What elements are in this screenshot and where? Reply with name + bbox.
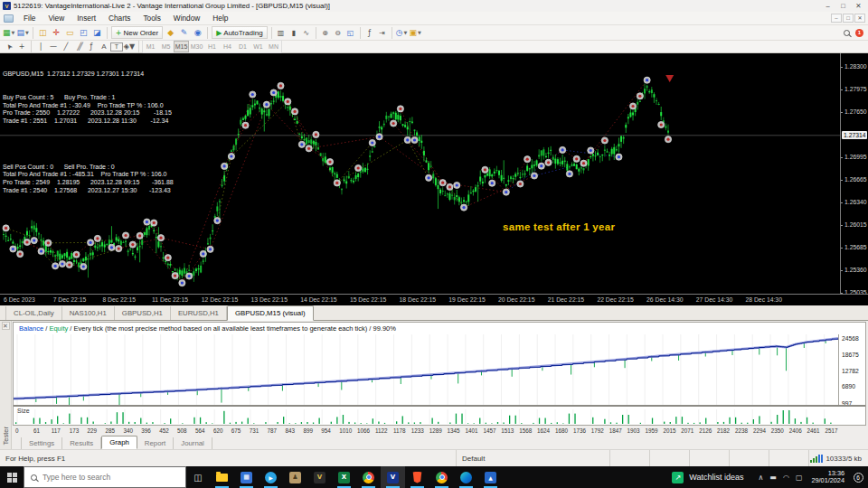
menu-charts[interactable]: Charts	[102, 12, 137, 24]
trendline-tool[interactable]: ╱	[60, 42, 72, 52]
text-tool[interactable]: A	[98, 42, 110, 52]
timeframe-d1[interactable]: D1	[235, 41, 250, 52]
new-order-button[interactable]: +New Order	[111, 26, 163, 39]
menu-insert[interactable]: Insert	[71, 12, 102, 24]
taskbar-icon-contacts-app[interactable]: ♟	[283, 466, 307, 488]
market-watch-button[interactable]: ◫	[36, 26, 50, 39]
strategy-tester-button[interactable]: ◪	[90, 26, 104, 39]
timeframe-m1[interactable]: M1	[143, 41, 158, 52]
taskbar-icon-edge[interactable]	[454, 466, 478, 488]
timeframe-m15[interactable]: M15	[174, 41, 189, 52]
buy-info-line: Total Pro And Trade #1 : -30.49 Pro Trad…	[3, 102, 174, 110]
status-profile[interactable]: Default	[457, 450, 610, 466]
wifi-icon[interactable]: ◠	[783, 474, 789, 482]
timeframe-w1[interactable]: W1	[250, 41, 266, 52]
shapes-dropdown[interactable]: ◈▼	[123, 42, 136, 52]
close-button[interactable]: ✕	[851, 0, 866, 12]
timeframe-mn[interactable]: MN	[266, 41, 281, 52]
menu-tools[interactable]: Tools	[137, 12, 166, 24]
tester-x-label: 1568	[519, 427, 532, 434]
taskbar-icon-photos[interactable]: ▲	[478, 466, 503, 488]
chart-tab-nas100[interactable]: NAS100,H1	[62, 306, 115, 320]
timeframe-m30[interactable]: M30	[189, 41, 204, 52]
taskbar-icon-telegram[interactable]: ▶	[259, 466, 283, 488]
candlestick-mode-button[interactable]: ▮	[288, 27, 300, 38]
crosshair-tool[interactable]: +	[15, 42, 28, 52]
child-close-button[interactable]: ✕	[854, 14, 865, 23]
price-axis[interactable]: 1.27314 1.283001.279751.276501.269951.26…	[840, 53, 868, 294]
data-window-button[interactable]: ✛	[50, 26, 63, 39]
taskbar-icon-calculator[interactable]: ▦	[234, 466, 259, 488]
channel-tool[interactable]: ╱╱	[72, 42, 85, 52]
tile-windows-button[interactable]: ◱	[344, 27, 357, 38]
indicators-button[interactable]: ƒ	[363, 27, 376, 38]
taskbar-icon-excel[interactable]: X	[332, 466, 356, 488]
taskbar-icon-chrome-profile[interactable]	[429, 466, 454, 488]
horizontal-line-tool[interactable]: —	[47, 42, 60, 52]
taskbar-search-input[interactable]	[42, 473, 165, 482]
tester-tab-graph[interactable]: Graph	[101, 436, 137, 449]
chart-tab-cl-oil[interactable]: CL-OIL,Daily	[5, 306, 62, 320]
tester-tab-settings[interactable]: Settings	[21, 437, 62, 449]
timeframe-h1[interactable]: H1	[204, 41, 220, 52]
zoom-out-button[interactable]: ⊖	[332, 27, 344, 38]
vertical-line-tool[interactable]: |	[34, 42, 47, 52]
balance-equity-plot[interactable]	[14, 334, 838, 405]
action-center-button[interactable]: 6	[848, 473, 868, 483]
timeframe-m5[interactable]: M5	[158, 41, 174, 52]
taskbar-clock[interactable]: 13:36 29/01/2024	[807, 470, 848, 485]
chart-tab-eurusd[interactable]: EURUSD,H1	[171, 306, 227, 320]
terminal-button[interactable]: ◰	[77, 26, 90, 39]
time-axis-label: 12 Dec 22:15	[202, 296, 238, 303]
taskbar-search-box[interactable]	[24, 466, 186, 488]
menu-help[interactable]: Help	[206, 12, 234, 24]
tester-tab-results[interactable]: Results	[62, 437, 101, 449]
search-icon[interactable]	[844, 30, 850, 36]
minimize-button[interactable]: –	[820, 0, 835, 12]
tray-expand-icon[interactable]: ∧	[759, 474, 764, 482]
taskbar-icon-brave[interactable]	[405, 466, 429, 488]
chart-shift-button[interactable]: ⇥	[376, 27, 389, 38]
taskbar-icon-vantage-desktop-app[interactable]: V	[307, 466, 332, 488]
tester-tab-report[interactable]: Report	[137, 437, 174, 449]
tester-tab-journal[interactable]: Journal	[174, 437, 212, 449]
timeframe-h4[interactable]: H4	[220, 41, 235, 52]
tester-x-label: 452	[159, 427, 169, 434]
start-button[interactable]	[0, 466, 24, 488]
battery-icon[interactable]: ▬	[769, 474, 777, 482]
chart-tab-gbpusd[interactable]: GBPUSD,M15 (visual)	[227, 305, 314, 321]
mql-droplet-icon[interactable]: ◆	[164, 26, 177, 39]
templates-dropdown[interactable]: ▣▼	[409, 26, 422, 39]
chart-annotation: same test after 1 year	[503, 221, 615, 232]
child-minimize-button[interactable]: –	[831, 14, 842, 23]
taskbar-icon-chrome[interactable]	[356, 466, 381, 488]
text-label-tool[interactable]: T	[110, 42, 123, 52]
bar-chart-mode-button[interactable]: ▥	[275, 27, 288, 38]
line-chart-mode-button[interactable]: ∿	[300, 27, 313, 38]
display-icon[interactable]: ▢	[796, 474, 803, 482]
profiles-button[interactable]: ▤▼	[15, 26, 29, 39]
chart-tab-gbpusd[interactable]: GBPUSD,H1	[115, 306, 171, 320]
time-axis[interactable]: 6 Dec 20237 Dec 22:158 Dec 22:1511 Dec 2…	[0, 294, 868, 305]
periods-dropdown[interactable]: ◷▼	[395, 26, 409, 39]
taskbar-icon-metatrader-vantage[interactable]: V	[381, 466, 405, 488]
navigator-button[interactable]: ▭	[63, 26, 77, 39]
metaeditor-button[interactable]: ✎	[177, 26, 191, 39]
zoom-in-button[interactable]: ⊕	[319, 27, 332, 38]
task-view-button[interactable]: ◫	[186, 473, 210, 483]
fibonacci-tool[interactable]: ƒ	[85, 42, 98, 52]
tester-close-icon[interactable]: ✕	[2, 322, 10, 330]
globe-icon[interactable]: ◉	[191, 26, 204, 39]
chart-canvas[interactable]: GBPUSD,M15 1.27312 1.27329 1.27301 1.273…	[0, 53, 840, 294]
menu-view[interactable]: View	[42, 12, 71, 24]
autotrading-button[interactable]: ▶AutoTrading	[212, 26, 267, 39]
menu-window[interactable]: Window	[167, 12, 207, 24]
new-chart-button[interactable]: ▦▼	[2, 26, 15, 39]
maximize-button[interactable]: □	[835, 0, 851, 12]
menu-file[interactable]: File	[17, 12, 42, 24]
notifications-badge[interactable]: 1	[855, 29, 863, 37]
child-restore-button[interactable]: □	[843, 14, 854, 23]
tester-tab-bar: SettingsResultsGraphReportJournal	[12, 436, 868, 449]
watchlist-ideas-button[interactable]: ↗ Watchlist ideas	[663, 466, 752, 488]
taskbar-icon-file-explorer[interactable]	[210, 466, 234, 488]
